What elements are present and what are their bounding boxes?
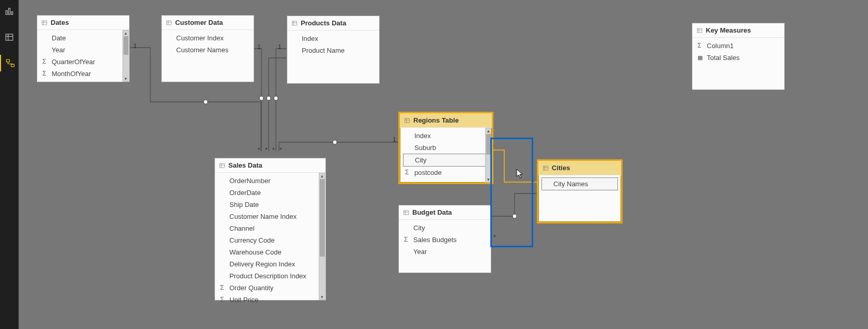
svg-rect-26 — [220, 163, 225, 168]
table-header: Sales Data — [215, 158, 326, 173]
field-order-quantity[interactable]: ΣOrder Quantity — [215, 282, 326, 294]
svg-rect-32 — [404, 211, 409, 215]
svg-point-11 — [267, 96, 271, 100]
svg-rect-2 — [11, 12, 13, 14]
table-icon — [696, 27, 703, 34]
table-sales-data[interactable]: Sales Data OrderNumber OrderDate Ship Da… — [214, 158, 326, 301]
cardinality-one: 1 — [257, 43, 261, 51]
model-icon — [6, 58, 15, 68]
field-city[interactable]: City — [403, 154, 489, 167]
svg-point-12 — [333, 140, 337, 144]
table-title: Cities — [552, 164, 570, 172]
table-key-measures[interactable]: Key Measures ΣColumn1 ▦Total Sales — [692, 23, 785, 90]
field-product-name[interactable]: Product Name — [287, 44, 379, 56]
sigma-icon: Σ — [42, 69, 46, 78]
svg-rect-0 — [6, 11, 7, 15]
sigma-icon: Σ — [42, 57, 46, 66]
table-budget-data[interactable]: Budget Data City ΣSales Budgets Year — [398, 205, 491, 273]
field-quarterofyear[interactable]: ΣQuarterOfYear — [37, 56, 129, 68]
calculator-icon: ▦ — [698, 53, 703, 62]
table-regions[interactable]: Regions Table Index Suburb City Σpostcod… — [398, 112, 493, 184]
table-title: Customer Data — [175, 19, 223, 26]
table-header: Budget Data — [399, 205, 491, 220]
nav-model-button[interactable] — [0, 55, 20, 71]
field-product-description-index[interactable]: Product Description Index — [215, 270, 326, 282]
svg-point-9 — [259, 96, 264, 100]
field-suburb[interactable]: Suburb — [400, 142, 492, 154]
scroll-down-icon: ▾ — [319, 294, 324, 300]
cardinality-one: 1 — [531, 176, 535, 183]
table-customer-data[interactable]: Customer Data Customer Index Customer Na… — [161, 15, 254, 82]
scroll-thumb[interactable] — [320, 179, 325, 257]
field-unit-price[interactable]: ΣUnit Price — [215, 294, 326, 306]
field-year[interactable]: Year — [37, 44, 129, 56]
sigma-icon: Σ — [698, 41, 701, 50]
field-customer-name-index[interactable]: Customer Name Index — [215, 211, 326, 222]
svg-rect-29 — [405, 118, 410, 123]
table-cities[interactable]: Cities City Names — [537, 159, 623, 223]
field-monthofyear[interactable]: ΣMonthOfYear — [37, 68, 129, 80]
svg-rect-17 — [167, 21, 172, 25]
scroll-down-icon: ▾ — [486, 177, 491, 182]
cardinality-one: 1 — [278, 43, 282, 51]
field-shipdate[interactable]: Ship Date — [215, 199, 326, 211]
table-title: Key Measures — [706, 26, 751, 34]
table-title: Budget Data — [412, 208, 452, 216]
scroll-up-icon: ▴ — [486, 128, 491, 133]
table-header: Dates — [37, 16, 129, 30]
model-canvas[interactable]: 1 1 1 * * * * 1 * 1 1 * Dates Date Year … — [19, 0, 868, 329]
nav-data-button[interactable] — [0, 29, 19, 46]
field-customer-index[interactable]: Customer Index — [162, 32, 254, 44]
table-header: Cities — [538, 161, 621, 175]
field-city[interactable]: City — [399, 222, 491, 234]
cardinality-many: * — [493, 234, 496, 241]
table-icon — [404, 117, 410, 124]
table-icon — [542, 165, 549, 171]
field-channel[interactable]: Channel — [215, 222, 326, 234]
scroll-up-icon: ▴ — [123, 31, 128, 36]
nav-report-button[interactable] — [0, 3, 19, 20]
field-ordernumber[interactable]: OrderNumber — [215, 175, 326, 187]
scroll-thumb[interactable] — [123, 36, 129, 55]
sigma-icon: Σ — [405, 168, 409, 177]
table-header: Key Measures — [692, 23, 784, 38]
cardinality-many: * — [265, 146, 268, 154]
svg-rect-6 — [6, 59, 9, 62]
cardinality-many: * — [258, 146, 260, 154]
table-header: Customer Data — [162, 16, 254, 30]
field-postcode[interactable]: Σpostcode — [400, 167, 492, 178]
field-total-sales[interactable]: ▦Total Sales — [692, 52, 784, 64]
cardinality-many: * — [280, 146, 282, 154]
field-column1[interactable]: ΣColumn1 — [692, 40, 784, 52]
cardinality-one: 1 — [531, 188, 535, 196]
field-city-names[interactable]: City Names — [541, 177, 618, 190]
table-title: Products Data — [301, 19, 346, 27]
svg-point-8 — [204, 100, 208, 104]
table-products-data[interactable]: Products Data Index Product Name — [287, 16, 380, 84]
table-dates[interactable]: Dates Date Year ΣQuarterOfYear ΣMonthOfY… — [37, 15, 130, 82]
field-delivery-region-index[interactable]: Delivery Region Index — [215, 258, 326, 270]
nav-rail — [0, 0, 19, 329]
svg-rect-1 — [9, 8, 10, 14]
svg-point-10 — [274, 96, 278, 100]
table-header: Products Data — [287, 16, 379, 31]
field-customer-names[interactable]: Customer Names — [162, 44, 254, 56]
field-warehouse-code[interactable]: Warehouse Code — [215, 246, 326, 258]
field-currency-code[interactable]: Currency Code — [215, 234, 326, 246]
field-index[interactable]: Index — [400, 130, 492, 142]
table-icon — [291, 20, 298, 26]
field-year[interactable]: Year — [399, 246, 491, 258]
svg-rect-23 — [698, 28, 702, 33]
table-icon — [403, 210, 409, 216]
table-icon — [219, 162, 225, 169]
field-sales-budgets[interactable]: ΣSales Budgets — [399, 234, 491, 246]
scroll-thumb[interactable] — [486, 134, 491, 155]
table-header: Regions Table — [400, 113, 492, 128]
selection-rectangle — [490, 138, 533, 247]
field-index[interactable]: Index — [287, 33, 379, 44]
cardinality-one: 1 — [393, 136, 396, 143]
table-icon — [5, 33, 14, 42]
field-orderdate[interactable]: OrderDate — [215, 187, 326, 199]
scroll-down-icon: ▾ — [123, 76, 128, 81]
field-date[interactable]: Date — [37, 32, 129, 44]
